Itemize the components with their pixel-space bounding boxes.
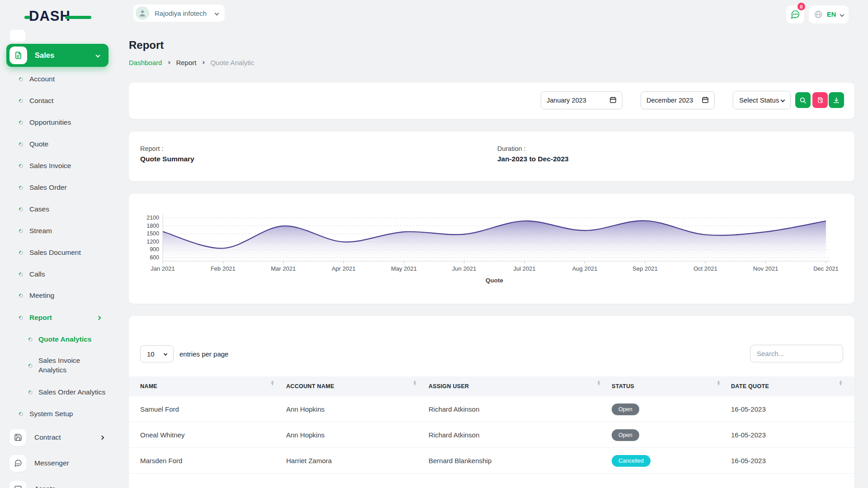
status-badge: Cancelled bbox=[612, 455, 651, 467]
sidebar-item-report[interactable]: Report bbox=[0, 307, 114, 328]
apply-search-button[interactable] bbox=[795, 92, 811, 108]
sidebar-item-assets[interactable]: Assets bbox=[0, 479, 114, 488]
sidebar-item-opportunities[interactable]: Opportunities bbox=[0, 112, 114, 133]
table-row[interactable]: Samuel Ford Ann Hopkins Richard Atkinson… bbox=[129, 396, 854, 422]
page-title: Report bbox=[129, 39, 164, 52]
sidebar-item-stream[interactable]: Stream bbox=[0, 220, 114, 242]
bullet-icon bbox=[18, 228, 24, 234]
svg-text:Jul 2021: Jul 2021 bbox=[514, 265, 536, 272]
sort-icon[interactable]: ▲▼ bbox=[270, 380, 274, 385]
svg-text:Jan 2021: Jan 2021 bbox=[151, 265, 175, 272]
col-status: STATUS bbox=[612, 376, 634, 396]
duration-value: Jan-2023 to Dec-2023 bbox=[497, 155, 569, 163]
breadcrumb-report[interactable]: Report bbox=[176, 59, 196, 66]
sidebar-item-meeting[interactable]: Meeting bbox=[0, 285, 114, 306]
download-icon bbox=[833, 97, 840, 104]
col-assign-user: ASSIGN USER bbox=[429, 376, 469, 396]
breadcrumb-dashboard[interactable]: Dashboard bbox=[129, 59, 162, 66]
sort-icon[interactable]: ▲▼ bbox=[839, 380, 843, 385]
contract-save-icon bbox=[9, 429, 26, 446]
app-logo[interactable]: DASH bbox=[29, 8, 71, 24]
messages-count-badge: 0 bbox=[797, 3, 805, 10]
quote-area-chart: 2100180015001200900600Jan 2021Feb 2021Ma… bbox=[129, 194, 854, 304]
calendar-icon bbox=[609, 96, 617, 105]
sidebar-item-calls[interactable]: Calls bbox=[0, 263, 114, 285]
workspace-switcher[interactable]: Rajodiya infotech bbox=[133, 5, 225, 22]
duration-label: Duration : bbox=[497, 145, 526, 152]
sidebar-item-quote-analytics[interactable]: Quote Analytics bbox=[0, 328, 114, 350]
bullet-icon bbox=[18, 120, 24, 126]
sidebar-item-sales-order[interactable]: Sales Order bbox=[0, 177, 114, 198]
svg-text:May 2021: May 2021 bbox=[391, 265, 417, 272]
svg-text:Jun 2021: Jun 2021 bbox=[452, 265, 476, 272]
sidebar-item-account[interactable]: Account bbox=[0, 68, 114, 90]
sidebar-item-sales-invoice[interactable]: Sales Invoice bbox=[0, 155, 114, 177]
svg-text:Nov 2021: Nov 2021 bbox=[753, 265, 778, 272]
chevron-right-icon bbox=[97, 315, 101, 320]
svg-text:Dec 2021: Dec 2021 bbox=[813, 265, 839, 272]
collapsed-menu-peek bbox=[10, 30, 25, 42]
bullet-icon bbox=[18, 76, 24, 82]
clear-filter-button[interactable] bbox=[812, 92, 828, 108]
chevron-right-icon bbox=[167, 61, 170, 64]
svg-text:Feb 2021: Feb 2021 bbox=[211, 265, 236, 272]
sidebar: DASH Sales Account Contact Opportunities… bbox=[0, 0, 114, 488]
breadcrumb-current: Quote Analytic bbox=[210, 59, 254, 66]
sidebar-item-messenger[interactable]: Messenger bbox=[0, 453, 114, 473]
assets-icon bbox=[9, 481, 26, 488]
bullet-icon bbox=[18, 141, 24, 147]
quotes-table-card: 10 entries per page NAME▲▼ ACCOUNT NAME▲… bbox=[129, 316, 854, 488]
sidebar-item-system-setup[interactable]: System Setup bbox=[0, 403, 114, 425]
status-select[interactable]: Select Status bbox=[733, 91, 791, 109]
sort-icon[interactable]: ▲▼ bbox=[597, 380, 601, 385]
bullet-icon bbox=[18, 206, 24, 212]
bullet-icon bbox=[28, 363, 33, 369]
table-search-input[interactable] bbox=[750, 345, 843, 362]
export-download-button[interactable] bbox=[829, 92, 844, 108]
svg-text:Quote: Quote bbox=[486, 277, 503, 284]
file-off-icon bbox=[817, 97, 824, 103]
sidebar-item-cases[interactable]: Cases bbox=[0, 198, 114, 220]
chevron-right-icon bbox=[100, 435, 104, 440]
language-selector[interactable]: EN bbox=[809, 5, 849, 23]
sidebar-item-contact[interactable]: Contact bbox=[0, 90, 114, 112]
calendar-icon bbox=[702, 96, 709, 105]
bullet-icon bbox=[18, 98, 24, 104]
sidebar-item-quote[interactable]: Quote bbox=[0, 133, 114, 155]
chevron-down-icon bbox=[781, 98, 785, 103]
chevron-down-icon bbox=[840, 12, 844, 17]
sidebar-item-contract[interactable]: Contract bbox=[0, 427, 114, 447]
entries-per-page-select[interactable]: 10 bbox=[140, 345, 174, 362]
svg-text:Sep 2021: Sep 2021 bbox=[632, 265, 658, 272]
bullet-icon bbox=[28, 337, 33, 343]
svg-text:Oct 2021: Oct 2021 bbox=[693, 265, 717, 272]
svg-text:2100: 2100 bbox=[146, 215, 159, 221]
bullet-icon bbox=[18, 315, 24, 321]
end-month-input[interactable]: December 2023 bbox=[641, 91, 715, 109]
table-row[interactable]: Marsden Ford Harriet Zamora Bernard Blan… bbox=[129, 448, 854, 474]
messenger-chat-icon bbox=[9, 455, 26, 472]
bullet-icon bbox=[28, 389, 33, 395]
svg-text:1500: 1500 bbox=[146, 230, 159, 237]
breadcrumb: Dashboard Report Quote Analytic bbox=[129, 59, 254, 66]
status-badge: Open bbox=[612, 404, 639, 415]
chat-bubble-icon bbox=[790, 9, 800, 19]
sort-icon[interactable]: ▲▼ bbox=[413, 380, 417, 385]
table-row[interactable]: Oneal Whitney Ann Hopkins Richard Atkins… bbox=[129, 422, 854, 448]
logo-dash bbox=[65, 16, 91, 19]
bullet-icon bbox=[18, 163, 24, 169]
sales-doc-icon bbox=[9, 47, 27, 64]
table-header: NAME▲▼ ACCOUNT NAME▲▼ ASSIGN USER▲▼ STAT… bbox=[129, 376, 854, 396]
start-month-input[interactable]: January 2023 bbox=[541, 91, 623, 109]
report-label: Report : bbox=[140, 145, 164, 152]
sidebar-item-sales-document[interactable]: Sales Document bbox=[0, 242, 114, 263]
sidebar-item-sales-order-analytics[interactable]: Sales Order Analytics bbox=[0, 381, 114, 403]
svg-text:900: 900 bbox=[150, 246, 159, 253]
sort-icon[interactable]: ▲▼ bbox=[717, 380, 721, 385]
entries-per-page-label: entries per page bbox=[179, 350, 228, 358]
status-badge: Open bbox=[612, 429, 639, 441]
chevron-down-icon bbox=[164, 352, 167, 356]
sidebar-section-sales[interactable]: Sales bbox=[6, 44, 108, 67]
report-value: Quote Summary bbox=[140, 155, 194, 163]
sidebar-item-sales-invoice-analytics[interactable]: Sales Invoice Analytics bbox=[0, 350, 114, 381]
